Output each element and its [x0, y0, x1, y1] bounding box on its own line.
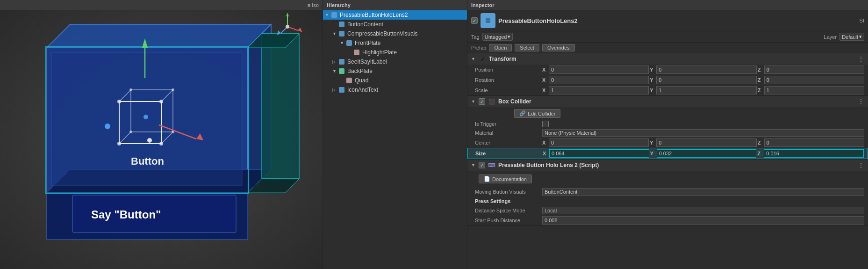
scale-y-input[interactable]	[656, 86, 756, 95]
center-row: Center X Y Z	[467, 138, 868, 148]
svg-point-25	[129, 131, 132, 133]
layer-label: Layer	[824, 34, 837, 40]
scene-canvas[interactable]: Button Say "Button"	[0, 10, 323, 269]
is-trigger-checkbox[interactable]	[542, 121, 549, 127]
svg-rect-43	[331, 12, 337, 18]
svg-text:Say "Button": Say "Button"	[91, 208, 161, 221]
script-section: ▼ ✓ ⌨ Pressable Button Holo Lens 2 (Scri…	[467, 160, 868, 226]
svg-marker-7	[262, 34, 299, 179]
size-y-input[interactable]	[657, 149, 757, 158]
box-collider-header[interactable]: ▼ ✓ ⬛ Box Collider ⋮	[467, 96, 868, 107]
hierarchy-label-quad: Quad	[355, 77, 368, 84]
prefab-select-button[interactable]: Select	[515, 44, 539, 51]
hierarchy-item-front-plate[interactable]: ▼FrontPlate	[323, 38, 467, 48]
svg-point-31	[147, 138, 152, 143]
moving-visuals-value: ButtonContent	[542, 188, 864, 196]
box-collider-section: ▼ ✓ ⬛ Box Collider ⋮ 🔗 Edit Collider Is …	[467, 96, 868, 160]
hierarchy-icon-pressable-btn	[330, 11, 338, 19]
center-y-input[interactable]	[656, 138, 756, 147]
svg-rect-48	[339, 59, 344, 65]
scale-xyz: X Y Z	[542, 86, 864, 95]
script-header[interactable]: ▼ ✓ ⌨ Pressable Button Holo Lens 2 (Scri…	[467, 160, 868, 171]
scale-z-input[interactable]	[764, 86, 864, 95]
start-push-input[interactable]	[542, 216, 864, 225]
svg-rect-53	[486, 18, 490, 23]
hierarchy-item-quad[interactable]: Quad	[323, 76, 467, 85]
moving-visuals-label: Moving Button Visuals	[475, 189, 540, 195]
distance-space-row: Distance Space Mode Local	[467, 206, 868, 215]
hierarchy-label-see-it-say: SeeItSayItLabel	[347, 58, 387, 65]
layer-dropdown[interactable]: Default ▾	[839, 33, 864, 41]
scene-view: ≡ Iso	[0, 0, 323, 269]
rotation-y-input[interactable]	[656, 76, 756, 84]
material-value: None (Physic Material)	[542, 129, 864, 137]
position-label: Position	[475, 67, 540, 73]
doc-btn-row: 📄 Documentation	[467, 171, 868, 187]
hierarchy-icon-button-content	[338, 21, 345, 28]
hierarchy-item-back-plate[interactable]: ▼BackPlate	[323, 66, 467, 76]
press-settings-label: Press Settings	[475, 198, 540, 204]
scale-row: Scale X Y Z	[467, 85, 868, 95]
hierarchy-label-front-plate: FrontPlate	[355, 40, 380, 46]
is-trigger-row: Is Trigger	[467, 120, 868, 128]
size-label: Size	[475, 151, 541, 156]
position-x-input[interactable]	[549, 65, 649, 74]
transform-header[interactable]: ▼ ⤢ Transform ⋮	[467, 53, 868, 65]
svg-rect-44	[339, 22, 344, 27]
hierarchy-arrow-icon-text: ▷	[332, 87, 338, 92]
transform-icon: ⤢	[479, 55, 486, 63]
scale-x-input[interactable]	[549, 86, 649, 95]
hierarchy-item-highlight-plate[interactable]: HighlightPlate	[323, 48, 467, 57]
hierarchy-label-back-plate: BackPlate	[347, 68, 373, 74]
prefab-label: Prefab	[471, 45, 486, 51]
size-x-input[interactable]	[549, 149, 649, 158]
rotation-z-input[interactable]	[764, 76, 864, 84]
position-z-input[interactable]	[764, 65, 864, 74]
svg-rect-45	[339, 31, 344, 36]
edit-collider-row: 🔗 Edit Collider	[467, 107, 868, 120]
hierarchy-arrow-pressable-btn: ▼	[325, 13, 330, 17]
tag-layer-row: Tag Untagged ▾ Layer Default ▾	[467, 31, 868, 43]
hierarchy-item-see-it-say[interactable]: ▷SeeItSayItLabel	[323, 57, 467, 66]
inspector-panel[interactable]: Inspector ✓ PressableButtonHoloLens2 St …	[467, 0, 868, 269]
script-toggle[interactable]: ✓	[479, 162, 485, 168]
box-collider-icon: ⬛	[488, 98, 495, 105]
inspector-top-bar: ✓ PressableButtonHoloLens2 St	[467, 10, 868, 31]
center-x-input[interactable]	[549, 138, 649, 147]
start-push-row: Start Push Distance	[467, 215, 868, 225]
start-push-label: Start Push Distance	[475, 218, 540, 223]
box-collider-menu[interactable]: ⋮	[858, 98, 864, 105]
position-y-input[interactable]	[656, 65, 756, 74]
box-collider-toggle[interactable]: ✓	[479, 98, 485, 105]
object-name: PressableButtonHoloLens2	[498, 17, 857, 24]
transform-menu[interactable]: ⋮	[858, 55, 864, 63]
hierarchy-item-pressable-btn[interactable]: ▼PressableButtonHoloLens2	[323, 10, 467, 20]
tag-dropdown[interactable]: Untagged ▾	[482, 33, 513, 41]
transform-section: ▼ ⤢ Transform ⋮ Position X Y Z Rotation …	[467, 53, 868, 96]
script-menu[interactable]: ⋮	[858, 161, 864, 169]
material-row: Material None (Physic Material)	[467, 128, 868, 138]
hierarchy-label-compressable: CompressableButtonVisuals	[347, 30, 418, 37]
hierarchy-item-icon-text[interactable]: ▷IconAndText	[323, 85, 467, 95]
hierarchy-panel: Hierarchy ▼PressableButtonHoloLens2 Butt…	[323, 0, 467, 269]
prefab-overrides-button[interactable]: Overrides	[542, 44, 575, 51]
hierarchy-item-button-content[interactable]: ButtonContent	[323, 20, 467, 29]
hierarchy-header: Hierarchy	[323, 0, 467, 10]
svg-point-26	[143, 115, 148, 119]
svg-rect-49	[339, 68, 344, 74]
size-z-input[interactable]	[764, 149, 864, 158]
center-z-input[interactable]	[764, 138, 864, 147]
scene-view-label: ≡ Iso	[308, 2, 319, 8]
svg-point-42	[286, 25, 289, 29]
hierarchy-icon-icon-text	[338, 86, 345, 94]
documentation-button[interactable]: 📄 Documentation	[479, 174, 532, 183]
rotation-x-input[interactable]	[549, 76, 649, 84]
edit-collider-button[interactable]: 🔗 Edit Collider	[514, 109, 560, 118]
object-active-toggle[interactable]: ✓	[471, 17, 478, 24]
transform-arrow: ▼	[471, 57, 476, 61]
doc-icon: 📄	[484, 176, 490, 182]
box-collider-title: Box Collider	[498, 98, 855, 105]
prefab-open-button[interactable]: Open	[489, 44, 512, 51]
position-row: Position X Y Z	[467, 65, 868, 75]
hierarchy-item-compressable[interactable]: ▼CompressableButtonVisuals	[323, 29, 467, 38]
